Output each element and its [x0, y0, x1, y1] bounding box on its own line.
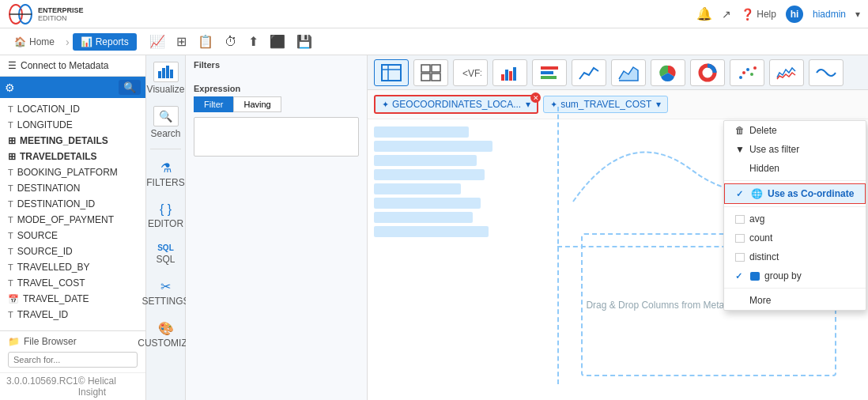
filters-button[interactable]: ⚗ FILTERS	[145, 157, 186, 191]
notification-icon[interactable]: 🔔	[696, 6, 712, 21]
file-browser-button[interactable]: 📁 File Browser	[8, 336, 138, 347]
text-type-icon: T	[8, 168, 13, 177]
file-browser-section: 📁 File Browser	[0, 330, 145, 372]
coordinate-tag-icon: ✦	[382, 100, 389, 110]
sidebar-item-mode-of-payment[interactable]: T MODE_OF_PAYMENT	[0, 212, 145, 228]
search-icon[interactable]: ⚙	[5, 81, 15, 94]
chart-sparkline-button[interactable]	[769, 59, 804, 86]
timer-tool[interactable]: ⏱	[221, 33, 240, 51]
user-dropdown-icon[interactable]: ▾	[855, 9, 860, 20]
text-type-icon: T	[8, 120, 13, 130]
chart-area-button[interactable]	[611, 59, 646, 86]
nav-reports[interactable]: 📊 Reports	[73, 33, 137, 51]
svg-rect-10	[421, 65, 430, 72]
main-layout: ☰ Connect to Metadata ⚙ 🔍 T LOCATION_ID …	[0, 55, 868, 400]
sidebar-item-source-id[interactable]: T SOURCE_ID	[0, 243, 145, 259]
help-button[interactable]: ❓ Help	[741, 8, 776, 21]
ctx-count[interactable]: count	[724, 228, 866, 247]
editor-icon: { }	[160, 202, 172, 217]
sidebar-item-travelled-by[interactable]: T TRAVELLED_BY	[0, 259, 145, 275]
user-avatar[interactable]: hi	[786, 6, 803, 23]
chart-pie-button[interactable]	[651, 59, 685, 86]
chart-code-button[interactable]: <VF>	[453, 59, 488, 86]
user-name[interactable]: hiadmin	[813, 9, 846, 20]
line-chart-tool[interactable]: 📈	[146, 32, 168, 51]
widget-tool[interactable]: ⬛	[266, 32, 289, 51]
ctx-hidden[interactable]: Hidden	[724, 159, 866, 178]
groupby-checkbox-checked	[750, 272, 760, 281]
svg-rect-15	[501, 74, 504, 81]
customize-icon: 🎨	[158, 321, 174, 336]
geocoordinates-tag[interactable]: ✦ GEOCOORDINATES_LOCA... ✕ ▾	[374, 95, 538, 114]
chart-donut-button[interactable]	[690, 59, 725, 86]
text-type-icon: T	[8, 183, 13, 193]
ctx-more[interactable]: More	[724, 291, 866, 310]
left-sidebar: ☰ Connect to Metadata ⚙ 🔍 T LOCATION_ID …	[0, 55, 146, 400]
text-type-icon: T	[8, 278, 13, 288]
ctx-use-as-filter[interactable]: ▼ Use as filter	[724, 140, 866, 159]
clipboard-tool[interactable]: 📋	[194, 32, 217, 51]
sidebar-item-travel-cost[interactable]: T TRAVEL_COST	[0, 275, 145, 291]
help-circle-icon: ❓	[741, 8, 754, 21]
folder-icon: 📁	[8, 336, 20, 347]
nav-home[interactable]: 🏠 Home	[6, 33, 62, 51]
ctx-separator2	[724, 206, 866, 207]
ctx-group-by[interactable]: group by	[724, 266, 866, 285]
remove-geocoordinates-button[interactable]: ✕	[530, 92, 541, 103]
sum-tag-icon: ✦	[550, 100, 557, 110]
side-icons-panel: Visualize 🔍 Search ⚗ FILTERS { } EDITOR …	[146, 55, 186, 400]
sidebar-item-destination[interactable]: T DESTINATION	[0, 180, 145, 196]
data-row	[374, 226, 489, 237]
share-icon[interactable]: ↗	[722, 8, 731, 21]
nav-bar: 🏠 Home › 📊 Reports 📈 ⊞ 📋 ⏱ ⬆ ⬛ 💾	[0, 28, 868, 55]
visualize-icon	[153, 62, 179, 82]
sidebar-item-travel-date[interactable]: 📅 TRAVEL_DATE	[0, 291, 145, 307]
chart-line-button[interactable]	[572, 59, 606, 86]
svg-rect-4	[162, 68, 165, 78]
ctx-use-as-coordinate[interactable]: 🌐 Use as Co-ordinate	[724, 183, 866, 204]
text-type-icon: T	[8, 104, 13, 114]
chart-bar2-button[interactable]	[532, 59, 567, 86]
expression-textarea[interactable]	[194, 117, 359, 157]
filter-tab[interactable]: Filter	[194, 96, 233, 112]
sql-button[interactable]: SQL SQL	[154, 240, 176, 268]
save-tool[interactable]: 💾	[293, 32, 315, 51]
sidebar-item-source[interactable]: T SOURCE	[0, 228, 145, 243]
chart-toolbar: <VF>	[368, 55, 868, 90]
top-bar: ENTERPRISE EDITION 🔔 ↗ ❓ Help hi hiadmin…	[0, 0, 868, 28]
distinct-checkbox	[735, 253, 745, 262]
settings-icon: ✂	[160, 279, 171, 294]
sidebar-item-meeting-details[interactable]: ⊞ MEETING_DETAILS	[0, 133, 145, 149]
sidebar-item-location-id[interactable]: T LOCATION_ID	[0, 101, 145, 117]
chart-table-button[interactable]	[374, 59, 409, 86]
coordinate-icon: 🌐	[751, 188, 763, 199]
chart-bar1-button[interactable]	[492, 59, 527, 86]
sidebar-item-longitude[interactable]: T LONGITUDE	[0, 117, 145, 133]
sidebar-item-destination-id[interactable]: T DESTINATION_ID	[0, 196, 145, 212]
tag-dropdown-icon[interactable]: ▾	[526, 99, 530, 110]
sidebar-item-traveldetails[interactable]: ⊞ TRAVELDETAILS	[0, 149, 145, 164]
chart-scatter-button[interactable]	[730, 59, 764, 86]
sidebar-item-booking-platform[interactable]: T BOOKING_PLATFORM	[0, 164, 145, 180]
settings-button[interactable]: ✂ SETTINGS	[141, 276, 191, 310]
filters-title: Filters	[194, 60, 359, 70]
sidebar-items-list: T LOCATION_ID T LONGITUDE ⊞ MEETING_DETA…	[0, 98, 145, 330]
ctx-separator3	[724, 288, 866, 289]
sidebar-search-button[interactable]: 🔍	[119, 80, 141, 95]
ctx-delete[interactable]: 🗑 Delete	[724, 121, 866, 140]
top-right-area: 🔔 ↗ ❓ Help hi hiadmin ▾	[696, 6, 860, 23]
chart-grid-button[interactable]	[413, 59, 448, 86]
filter-ctx-icon: ▼	[735, 144, 745, 155]
editor-button[interactable]: { } EDITOR	[146, 199, 185, 232]
upload-tool[interactable]: ⬆	[245, 32, 262, 51]
ctx-avg[interactable]: avg	[724, 209, 866, 228]
sidebar-item-travel-id[interactable]: T TRAVEL_ID	[0, 307, 145, 323]
chart-wave-button[interactable]	[809, 59, 843, 86]
grid-tool[interactable]: ⊞	[173, 32, 190, 51]
file-search-input[interactable]	[8, 352, 138, 368]
having-tab[interactable]: Having	[233, 96, 281, 112]
visualize-tab[interactable]: Visualize	[145, 60, 187, 96]
ctx-distinct[interactable]: distinct	[724, 247, 866, 266]
connect-metadata-button[interactable]: ☰ Connect to Metadata	[0, 55, 145, 77]
search-tab[interactable]: 🔍 Search	[149, 104, 182, 141]
